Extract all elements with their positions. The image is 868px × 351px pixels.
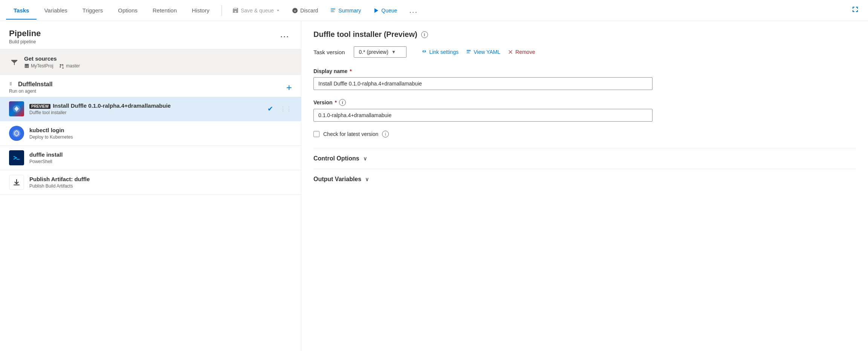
action-links: Link settings View YAML Remove [422, 49, 535, 55]
get-sources-section[interactable]: Get sources MyTestProj master [0, 49, 301, 75]
task-check-icon: ✔ [267, 105, 273, 113]
duffle-logo [11, 104, 22, 114]
nav-actions: Save & queue Discard Summary Queue [228, 4, 422, 17]
svg-rect-0 [10, 82, 12, 83]
svg-rect-6 [14, 185, 20, 185]
tab-variables[interactable]: Variables [37, 1, 75, 20]
output-variables-section: Output Variables ∨ [313, 169, 856, 189]
discard-icon [292, 8, 298, 14]
queue-button[interactable]: Queue [368, 5, 402, 16]
branch-icon [59, 63, 64, 69]
output-variables-label: Output Variables [313, 176, 361, 183]
more-actions-button[interactable]: ... [405, 4, 422, 17]
repo-icon [24, 63, 29, 69]
expand-icon [851, 6, 859, 13]
task-item-install-duffle[interactable]: PREVIEWInstall Duffle 0.1.0-ralpha.4+dra… [0, 97, 301, 121]
control-options-label: Control Options [313, 155, 359, 162]
task-info-kubectl: kubectl login Deploy to Kubernetes [29, 127, 292, 140]
repo-name: MyTestProj [31, 63, 53, 69]
tab-tasks[interactable]: Tasks [6, 1, 37, 20]
view-yaml-icon [466, 49, 471, 55]
queue-label: Queue [381, 8, 397, 14]
artifact-logo [11, 177, 22, 188]
pipeline-subtitle: Build pipeline [9, 39, 41, 44]
repo-item: MyTestProj [24, 63, 53, 69]
discard-button[interactable]: Discard [287, 5, 322, 16]
version-info-icon[interactable]: i [339, 99, 346, 106]
summary-icon [330, 8, 336, 14]
remove-label: Remove [515, 49, 535, 55]
view-yaml-label: View YAML [474, 49, 500, 55]
tab-options[interactable]: Options [110, 1, 145, 20]
output-variables-header[interactable]: Output Variables ∨ [313, 176, 856, 183]
task-detail-title-text: Duffle tool installer (Preview) [313, 30, 417, 39]
tab-triggers[interactable]: Triggers [75, 1, 110, 20]
remove-button[interactable]: Remove [508, 49, 535, 55]
agent-job-title-row: DuffleInstall [9, 81, 53, 88]
more-actions-label: ... [409, 6, 418, 15]
pipeline-info: Pipeline Build pipeline [9, 29, 41, 44]
expand-button[interactable] [848, 4, 862, 17]
summary-label: Summary [338, 8, 361, 14]
version-select[interactable]: 0.* (preview) ▼ [354, 46, 406, 58]
filter-icon [11, 58, 18, 66]
link-settings-button[interactable]: Link settings [422, 49, 458, 55]
task-detail-title: Duffle tool installer (Preview) i [313, 30, 856, 39]
control-options-chevron: ∨ [363, 156, 367, 162]
kubectl-logo [11, 128, 22, 139]
control-options-section: Control Options ∨ [313, 148, 856, 169]
version-input[interactable] [313, 109, 653, 122]
task-list: PREVIEWInstall Duffle 0.1.0-ralpha.4+dra… [0, 97, 301, 351]
task-info-install-duffle: PREVIEWInstall Duffle 0.1.0-ralpha.4+dra… [29, 102, 262, 115]
branch-item: master [59, 63, 80, 69]
output-variables-chevron: ∨ [365, 176, 369, 182]
task-drag-handle[interactable]: ⋮⋮ [280, 105, 292, 113]
check-latest-checkbox[interactable] [313, 131, 319, 137]
get-sources-meta: MyTestProj master [24, 63, 80, 69]
task-version-row: Task version 0.* (preview) ▼ Link settin… [313, 46, 856, 58]
link-settings-label: Link settings [429, 49, 458, 55]
tab-history[interactable]: History [184, 1, 217, 20]
version-label: Version * i [313, 99, 856, 106]
add-task-button[interactable]: + [286, 82, 292, 93]
task-name-kubectl: kubectl login [29, 127, 292, 133]
expand-wrap [848, 4, 862, 17]
task-item-kubectl-login[interactable]: kubectl login Deploy to Kubernetes [0, 121, 301, 146]
artifact-task-icon [9, 175, 24, 190]
agent-job-section: DuffleInstall Run on agent + [0, 75, 301, 97]
pipeline-header: Pipeline Build pipeline ⋯ [0, 21, 301, 49]
version-required: * [335, 99, 337, 105]
duffle-task-icon [9, 101, 24, 116]
pipeline-more-button[interactable]: ⋯ [277, 30, 292, 43]
queue-play-icon [373, 8, 379, 14]
tab-retention[interactable]: Retention [145, 1, 184, 20]
display-name-label: Display name * [313, 68, 856, 74]
summary-button[interactable]: Summary [326, 5, 365, 16]
task-item-duffle-install[interactable]: duffle install PowerShell [0, 146, 301, 170]
control-options-header[interactable]: Control Options ∨ [313, 155, 856, 162]
title-info-icon[interactable]: i [421, 31, 428, 38]
task-item-publish-artifact[interactable]: Publish Artifact: duffle Publish Build A… [0, 170, 301, 195]
check-latest-info-icon[interactable]: i [382, 131, 389, 137]
save-queue-button[interactable]: Save & queue [228, 5, 284, 16]
version-field-group: Version * i [313, 99, 856, 122]
agent-job-title: DuffleInstall [18, 81, 53, 88]
powershell-logo [11, 153, 22, 163]
display-name-input[interactable] [313, 77, 653, 90]
display-name-field-group: Display name * [313, 68, 856, 90]
view-yaml-button[interactable]: View YAML [466, 49, 500, 55]
svg-rect-2 [10, 85, 12, 85]
link-settings-icon [422, 49, 427, 55]
task-version-label: Task version [313, 49, 345, 55]
top-nav: Tasks Variables Triggers Options Retenti… [0, 0, 868, 21]
check-latest-label: Check for latest version [323, 131, 378, 137]
powershell-task-icon [9, 150, 24, 165]
get-sources-info: Get sources MyTestProj master [24, 55, 80, 69]
nav-tabs: Tasks Variables Triggers Options Retenti… [6, 1, 217, 20]
get-sources-title: Get sources [24, 55, 80, 62]
main-content: Pipeline Build pipeline ⋯ Get sources [0, 21, 868, 351]
left-panel: Pipeline Build pipeline ⋯ Get sources [0, 21, 301, 351]
nav-divider [222, 5, 222, 16]
agent-job-info: DuffleInstall Run on agent [9, 81, 53, 94]
version-chevron-icon: ▼ [391, 49, 396, 55]
